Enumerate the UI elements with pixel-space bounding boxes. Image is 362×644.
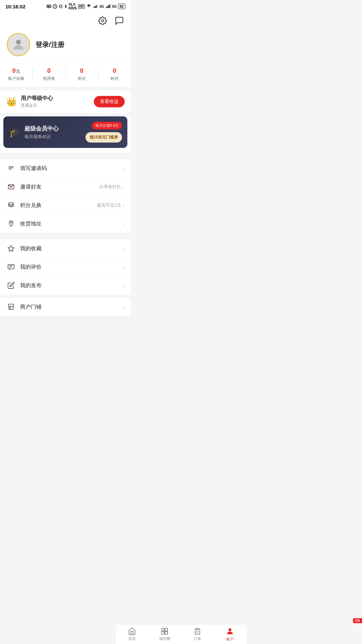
network-5g-2: 5G — [112, 5, 116, 8]
avatar-icon — [11, 37, 26, 52]
favorites-menu-item[interactable]: 我的收藏 › — [0, 239, 131, 258]
database-icon — [7, 202, 15, 209]
top-header — [0, 12, 131, 30]
svg-rect-6 — [97, 4, 98, 8]
points-label-menu: 积分兑换 — [20, 202, 97, 209]
view-earnings-button[interactable]: 查看收益 — [94, 96, 125, 107]
status-time: 10:16:02 — [5, 4, 25, 9]
points-exchange-menu-item[interactable]: 积分兑换 最高可兑2元 › — [0, 196, 131, 215]
star-icon — [7, 245, 15, 252]
gap-1 — [0, 87, 131, 90]
clock-icon — [53, 4, 57, 9]
super-member-subtitle: 每月领券45元 — [24, 134, 85, 140]
coupon-label: 抵用券 — [43, 76, 55, 82]
reviews-menu-item[interactable]: 我的评价 › — [0, 258, 131, 276]
level-card[interactable]: 👑 用户等级中心 普通会员 查看收益 — [0, 90, 131, 113]
svg-rect-20 — [8, 265, 14, 269]
invite-friend-sub: 分享有好礼 — [99, 184, 121, 190]
signal-icon-2 — [105, 4, 111, 9]
avatar[interactable] — [7, 33, 30, 56]
profile-section[interactable]: 登录/注册 — [0, 30, 131, 63]
svg-rect-4 — [95, 6, 96, 8]
gear-icon — [98, 16, 107, 25]
invite-friend-menu-item[interactable]: 邀请好友 分享有好礼 › — [0, 178, 131, 196]
svg-rect-10 — [110, 4, 110, 8]
message-button[interactable] — [113, 15, 125, 27]
comment-icon — [7, 263, 15, 271]
invite-friend-label: 邀请好友 — [20, 183, 99, 191]
svg-rect-7 — [106, 7, 107, 8]
gap-3 — [0, 233, 131, 236]
location-icon — [7, 220, 15, 227]
menu-section-3: 商户门铺 › — [0, 298, 131, 316]
svg-rect-2 — [60, 5, 61, 8]
network-5g-1: 5G — [100, 5, 104, 8]
points-sub: 最高可兑2元 — [97, 202, 121, 208]
speed-indicator: 41.0KB/S — [69, 3, 77, 10]
arrow-icon-7: › — [123, 283, 125, 288]
stat-coupon[interactable]: 0 抵用券 — [33, 67, 65, 82]
level-title: 用户等级中心 — [21, 95, 90, 102]
envelope-heart-icon — [7, 183, 15, 191]
balance-label: 账户余额 — [8, 76, 24, 82]
store-icon — [7, 303, 15, 311]
message-icon — [115, 16, 124, 25]
super-member-badges: 每月仅需9.9元 领15张无门槛券 — [85, 122, 122, 143]
arrow-icon-8: › — [123, 304, 125, 310]
invite-code-label: 填写邀请码 — [20, 165, 123, 172]
crown-icon: 👑 — [6, 97, 17, 107]
merchant-menu-item[interactable]: 商户门铺 › — [0, 298, 131, 316]
arrow-icon-1: › — [123, 166, 125, 171]
address-label: 收货地址 — [20, 220, 123, 227]
stat-points[interactable]: 0 积分 — [65, 67, 98, 82]
menu-section-1: 填写邀请码 › 邀请好友 分享有好礼 › — [0, 159, 131, 233]
gap-4 — [0, 294, 131, 298]
invite-code-icon-wrap — [6, 165, 16, 172]
stat-fans[interactable]: 0 粉丝 — [98, 67, 131, 82]
points-icon-wrap — [6, 202, 16, 209]
svg-rect-3 — [94, 7, 94, 8]
super-member-banner[interactable]: 🎓 超级会员中心 每月领券45元 每月仅需9.9元 领15张无门槛券 — [3, 116, 127, 148]
reviews-label: 我的评价 — [20, 264, 123, 271]
status-icons: 41.0KB/S HD 5G 5G 82 — [47, 3, 125, 10]
svg-point-17 — [9, 203, 14, 205]
address-menu-item[interactable]: 收货地址 › — [0, 215, 131, 233]
level-info: 用户等级中心 普通会员 — [21, 95, 90, 108]
gap-2 — [0, 153, 131, 156]
arrow-icon-6: › — [123, 264, 125, 270]
svg-rect-8 — [107, 6, 108, 8]
arrow-icon-3: › — [123, 203, 125, 208]
arrow-icon-5: › — [123, 246, 125, 251]
nfc-icon — [47, 4, 51, 9]
invite-code-menu-item[interactable]: 填写邀请码 › — [0, 159, 131, 178]
battery-indicator: 82 — [118, 4, 125, 9]
wifi-icon — [86, 4, 92, 9]
settings-button[interactable] — [97, 15, 109, 27]
svg-point-11 — [102, 20, 104, 22]
vibrate-icon — [59, 4, 63, 9]
favorites-label: 我的收藏 — [20, 245, 123, 252]
points-label: 积分 — [78, 76, 86, 82]
my-posts-menu-item[interactable]: 我的发布 › — [0, 276, 131, 294]
super-member-title: 超级会员中心 — [24, 125, 85, 132]
svg-point-18 — [10, 222, 12, 223]
stat-balance[interactable]: 0元 账户余额 — [0, 67, 33, 82]
svg-rect-5 — [96, 5, 97, 8]
hd-indicator: HD — [78, 4, 85, 9]
posts-icon-wrap — [6, 282, 16, 289]
favorites-icon-wrap — [6, 245, 16, 252]
arrow-icon-4: › — [123, 221, 125, 226]
svg-rect-9 — [109, 5, 109, 8]
fans-label: 粉丝 — [111, 76, 119, 82]
super-member-price-badge: 每月仅需9.9元 — [92, 122, 122, 129]
fans-value: 0 — [113, 67, 116, 74]
level-subtitle: 普通会员 — [21, 103, 90, 108]
points-value: 0 — [80, 67, 83, 74]
coupon-value: 0 — [47, 67, 51, 74]
merchant-label: 商户门铺 — [20, 304, 123, 311]
login-register-button[interactable]: 登录/注册 — [36, 40, 64, 49]
graduation-icon: 🎓 — [9, 127, 20, 138]
merchant-icon-wrap — [6, 303, 16, 311]
stats-row: 0元 账户余额 0 抵用券 0 积分 0 粉丝 — [0, 63, 131, 87]
menu-section-2: 我的收藏 › 我的评价 › 我的 — [0, 239, 131, 294]
